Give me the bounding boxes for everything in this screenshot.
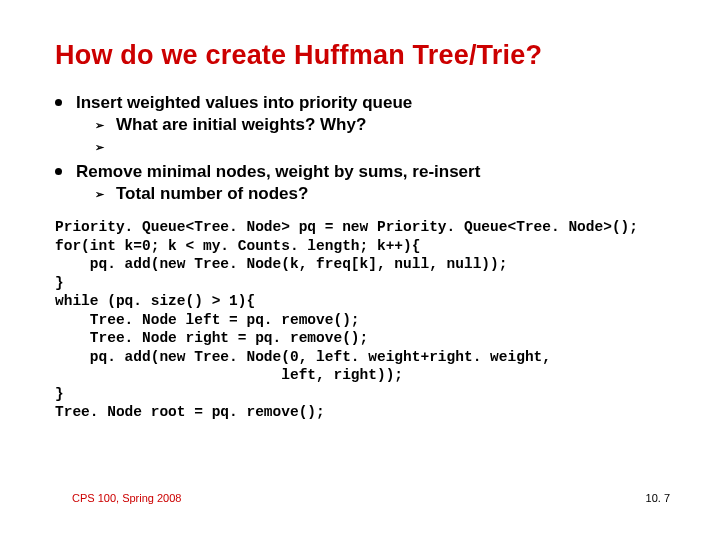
bullet-dot-icon xyxy=(55,99,62,106)
chevron-right-icon: ➢ xyxy=(95,141,104,154)
bullet-dot-icon xyxy=(55,168,62,175)
bullet-text: Total number of nodes? xyxy=(116,184,308,204)
bullet-text: What are initial weights? Why? xyxy=(116,115,366,135)
bullet-level2: ➢ Total number of nodes? xyxy=(95,184,670,204)
code-block: Priority. Queue<Tree. Node> pq = new Pri… xyxy=(55,218,670,422)
bullet-level1: Insert weighted values into priority que… xyxy=(55,93,670,113)
chevron-right-icon: ➢ xyxy=(95,119,104,132)
slide-title: How do we create Huffman Tree/Trie? xyxy=(55,40,670,71)
footer-right: 10. 7 xyxy=(646,492,670,504)
bullet-level2-empty: ➢ xyxy=(95,137,670,154)
footer-left: CPS 100, Spring 2008 xyxy=(72,492,181,504)
chevron-right-icon: ➢ xyxy=(95,188,104,201)
bullet-level1: Remove minimal nodes, weight by sums, re… xyxy=(55,162,670,182)
bullet-text: Insert weighted values into priority que… xyxy=(76,93,412,113)
slide: How do we create Huffman Tree/Trie? Inse… xyxy=(0,0,720,540)
bullet-level2: ➢ What are initial weights? Why? xyxy=(95,115,670,135)
bullet-text: Remove minimal nodes, weight by sums, re… xyxy=(76,162,480,182)
